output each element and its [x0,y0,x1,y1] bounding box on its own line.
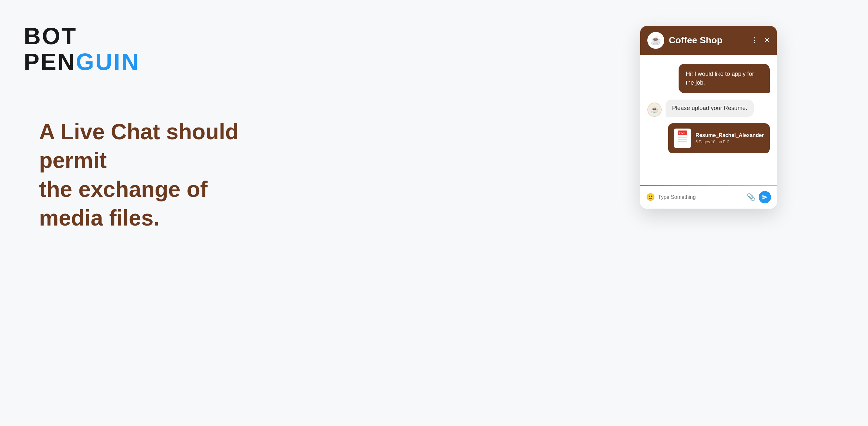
chat-avatar: ☕ [647,32,664,49]
file-info: Resume_Rachel_Alexander 5 Pages 10 mb Pd… [695,132,764,144]
chat-input-area: 🙂 📎 [640,186,777,209]
tagline-line1: A Live Chat should permit [39,117,267,175]
tagline: A Live Chat should permit the exchange o… [39,117,267,232]
pdf-label: PDF [678,130,687,135]
message-bot-1: ☕ Please upload your Resume. [647,99,770,117]
doc-line-3 [678,141,687,142]
message-user-1: Hi! I would like to apply for the job. [647,64,770,93]
chat-messages: Hi! I would like to apply for the job. ☕… [640,55,777,185]
tagline-line2: the exchange of media files. [39,175,267,232]
logo-b: BOT [24,24,77,49]
chat-header: ☕ Coffee Shop ⋮ ✕ [640,26,777,55]
attachment-icon[interactable]: 📎 [747,193,755,202]
doc-lines [678,137,687,142]
file-name: Resume_Rachel_Alexander [695,132,764,138]
chat-widget: ☕ Coffee Shop ⋮ ✕ Hi! I would like to ap… [640,26,777,209]
file-bubble: PDF Resume_Rachel_Alexander 5 Pages 10 m… [668,123,770,153]
chat-title: Coffee Shop [669,35,746,45]
message-bubble-bot-1: Please upload your Resume. [665,99,754,117]
message-file-1: PDF Resume_Rachel_Alexander 5 Pages 10 m… [647,123,770,153]
close-icon[interactable]: ✕ [764,36,770,44]
logo-guin: GUIN [76,49,140,75]
logo-pen: PEN [24,49,76,75]
doc-line-2 [678,139,687,140]
message-bubble-user-1: Hi! I would like to apply for the job. [679,64,770,93]
coffee-cup-icon: ☕ [651,35,661,45]
doc-line-1 [678,137,687,138]
send-button[interactable] [758,191,771,204]
file-meta: 5 Pages 10 mb Pdf [695,140,764,144]
logo-penguin-text: PENGUIN [24,49,140,75]
bot-avatar: ☕ [647,102,662,117]
message-input[interactable] [658,194,743,200]
bot-coffee-icon: ☕ [651,106,659,114]
file-icon: PDF [674,128,691,148]
logo: BOT PENGUIN [24,24,140,75]
menu-icon[interactable]: ⋮ [751,36,758,44]
chat-header-actions: ⋮ ✕ [751,36,770,44]
send-icon [762,194,768,200]
logo-bot-text: BOT [24,24,140,49]
emoji-icon[interactable]: 🙂 [646,193,655,202]
